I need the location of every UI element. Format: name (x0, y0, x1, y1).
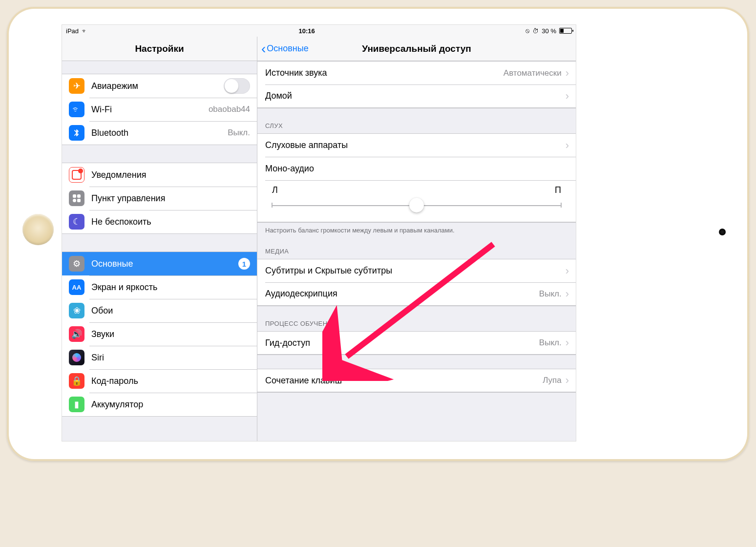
row-shortcut[interactable]: Сочетание клавиш Лупа › (257, 369, 576, 392)
sidebar-scroll[interactable]: ✈АвиарежимᯤWi-Fiobaobab44BluetoothВыкл.У… (62, 61, 257, 441)
update-badge: 1 (238, 258, 250, 270)
balance-slider[interactable] (272, 198, 561, 212)
sidebar-item-label: Звуки (91, 329, 250, 339)
balance-left-label: Л (272, 185, 278, 195)
svg-point-2 (73, 199, 76, 202)
svg-rect-0 (73, 194, 76, 198)
row-home[interactable]: Домой › (257, 84, 576, 108)
battery-icon (559, 28, 572, 34)
row-label: Источник звука (265, 68, 504, 78)
screen: iPad ᯤ 10:16 ⦸ ⏱ 30 % Настройки ✈Авиареж… (62, 24, 576, 442)
bluetooth-icon (69, 125, 84, 141)
sidebar-item-label: Экран и яркость (91, 282, 250, 293)
row-value: Лупа (543, 376, 562, 385)
row-audio-source[interactable]: Источник звука Автоматически › (257, 61, 576, 84)
ipad-frame: iPad ᯤ 10:16 ⦸ ⏱ 30 % Настройки ✈Авиареж… (7, 7, 749, 461)
chevron-right-icon: › (566, 337, 569, 349)
sidebar-item-авиарежим[interactable]: ✈Авиарежим (62, 74, 257, 98)
chevron-right-icon: › (566, 139, 569, 152)
chevron-right-icon: › (566, 288, 569, 300)
sidebar-item-экран-и-яркость[interactable]: AAЭкран и яркость (62, 275, 257, 299)
front-camera (719, 229, 726, 235)
sidebar-item-value: obaobab44 (209, 105, 250, 114)
sidebar-item-звуки[interactable]: 🔊Звуки (62, 322, 257, 346)
wallpaper-icon: ❀ (69, 303, 84, 318)
sidebar-item-основные[interactable]: ⚙Основные1 (62, 252, 257, 275)
sidebar-item-обои[interactable]: ❀Обои (62, 299, 257, 322)
row-value: Автоматически (504, 68, 562, 78)
device-label: iPad (66, 27, 79, 35)
row-label: Гид-доступ (265, 338, 539, 348)
home-button[interactable] (22, 214, 54, 245)
battery-icon: ▮ (69, 397, 84, 412)
siri-icon (69, 350, 84, 365)
row-value: Выкл. (539, 338, 562, 348)
svg-rect-3 (77, 199, 81, 202)
sidebar-item-label: Авиарежим (91, 81, 224, 91)
sidebar-item-пункт-управления[interactable]: Пункт управления (62, 187, 257, 210)
row-audio-description[interactable]: Аудиодескрипция Выкл. › (257, 282, 576, 306)
status-time: 10:16 (88, 27, 525, 35)
row-label: Сочетание клавиш (265, 376, 543, 386)
dnd-icon: ☾ (69, 214, 84, 230)
gear-icon: ⚙ (69, 256, 84, 272)
section-header-learning: ПРОЦЕСС ОБУЧЕНИЯ (257, 306, 576, 331)
ipad-bezel: iPad ᯤ 10:16 ⦸ ⏱ 30 % Настройки ✈Авиареж… (9, 9, 747, 459)
row-subtitles[interactable]: Субтитры и Скрытые субтитры › (257, 259, 576, 282)
row-hearing-aids[interactable]: Слуховые аппараты › (257, 133, 576, 157)
back-button[interactable]: ‹ Основные (257, 42, 309, 56)
chevron-right-icon: › (566, 265, 569, 277)
sidebar-item-label: Код-пароль (91, 376, 250, 386)
detail-header: ‹ Основные Универсальный доступ (257, 37, 576, 61)
sidebar-item-label: Основные (91, 259, 238, 269)
row-value: Выкл. (539, 289, 562, 299)
orientation-lock-icon: ⦸ (525, 27, 529, 35)
section-footer-hearing: Настроить баланс громкости между левым и… (257, 223, 576, 234)
sidebar-item-аккумулятор[interactable]: ▮Аккумулятор (62, 393, 257, 416)
section-header-media: МЕДИА (257, 234, 576, 259)
detail-scroll[interactable]: Источник звука Автоматически › Домой › С… (257, 61, 576, 441)
sidebar-item-label: Обои (91, 306, 250, 316)
chevron-right-icon: › (566, 90, 569, 103)
notifications-icon (69, 167, 84, 183)
settings-sidebar: Настройки ✈АвиарежимᯤWi-Fiobaobab44Bluet… (62, 37, 257, 441)
sidebar-item-label: Аккумулятор (91, 400, 250, 410)
row-label: Моно-аудио (265, 164, 569, 174)
alarm-icon: ⏱ (532, 27, 539, 35)
sidebar-item-label: Пункт управления (91, 193, 250, 204)
status-bar: iPad ᯤ 10:16 ⦸ ⏱ 30 % (62, 25, 576, 37)
detail-pane: ‹ Основные Универсальный доступ Источник… (257, 37, 576, 441)
row-mono-audio[interactable]: Моно-аудио (257, 157, 576, 180)
sidebar-item-label: Siri (91, 353, 250, 363)
chevron-right-icon: › (566, 374, 569, 387)
sidebar-item-label: Bluetooth (91, 128, 228, 138)
control-center-icon (69, 190, 84, 206)
sidebar-item-siri[interactable]: Siri (62, 346, 257, 369)
airplane-icon: ✈ (69, 78, 84, 94)
wifi-icon: ᯤ (69, 102, 84, 117)
sidebar-item-label: Wi-Fi (91, 105, 209, 115)
battery-percentage: 30 % (542, 27, 556, 35)
sidebar-item-value: Выкл. (228, 128, 250, 138)
sidebar-item-bluetooth[interactable]: BluetoothВыкл. (62, 121, 257, 145)
toggle-switch[interactable] (224, 78, 250, 94)
sidebar-title: Настройки (62, 37, 257, 61)
chevron-left-icon: ‹ (261, 42, 266, 56)
wifi-status-icon: ᯤ (82, 27, 88, 35)
section-header-hearing: СЛУХ (257, 108, 576, 133)
chevron-right-icon: › (566, 67, 569, 80)
row-guided-access[interactable]: Гид-доступ Выкл. › (257, 331, 576, 355)
slider-thumb[interactable] (409, 198, 424, 212)
sounds-icon: 🔊 (69, 326, 84, 342)
sidebar-item-не-беспокоить[interactable]: ☾Не беспокоить (62, 210, 257, 233)
balance-right-label: П (555, 185, 561, 195)
sidebar-item-код-пароль[interactable]: 🔒Код-пароль (62, 369, 257, 393)
sidebar-item-label: Не беспокоить (91, 217, 250, 227)
row-balance-slider[interactable]: Л П (257, 180, 576, 222)
row-label: Субтитры и Скрытые субтитры (265, 266, 562, 276)
row-label: Слуховые аппараты (265, 140, 562, 150)
sidebar-item-label: Уведомления (91, 170, 250, 180)
sidebar-item-wi-fi[interactable]: ᯤWi-Fiobaobab44 (62, 98, 257, 121)
sidebar-item-уведомления[interactable]: Уведомления (62, 163, 257, 187)
passcode-icon: 🔒 (69, 373, 84, 389)
